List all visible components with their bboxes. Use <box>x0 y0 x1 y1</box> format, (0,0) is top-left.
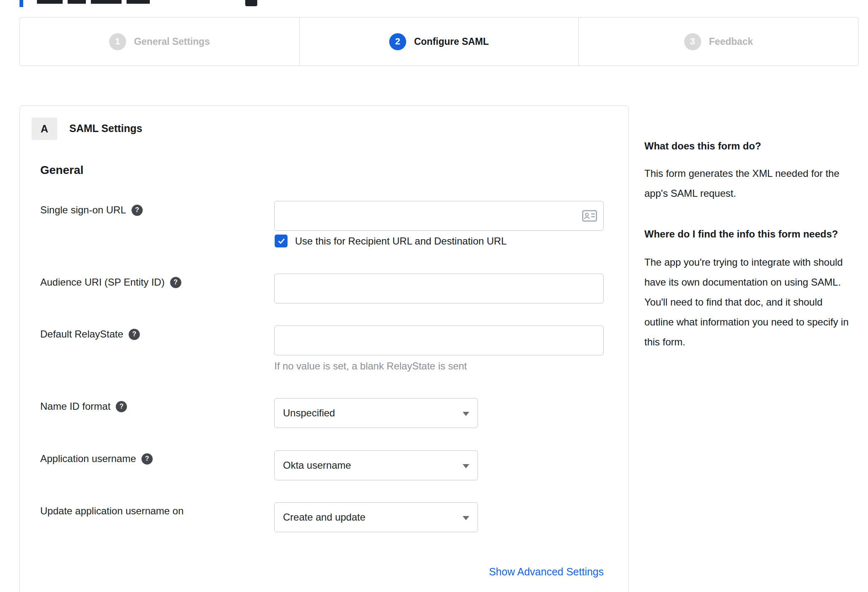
saml-settings-panel: A SAML Settings General Single sign-on U… <box>20 105 629 592</box>
cutoff-accent-fragment <box>20 0 23 7</box>
step-3-label: Feedback <box>709 36 753 47</box>
relay-state-help-icon[interactable]: ? <box>129 329 140 340</box>
step-1-number: 1 <box>109 33 126 50</box>
step-feedback: 3 Feedback <box>578 17 858 66</box>
sso-url-label: Single sign-on URL ? <box>40 204 143 216</box>
step-configure-saml[interactable]: 2 Configure SAML <box>299 17 579 66</box>
help-body-where: The app you're trying to integrate with … <box>644 252 852 352</box>
general-section-heading: General <box>40 164 83 177</box>
step-general-settings[interactable]: 1 General Settings <box>20 17 299 66</box>
cutoff-title-fragment <box>37 0 63 4</box>
relay-state-label: Default RelayState ? <box>40 328 140 340</box>
name-id-format-label: Name ID format ? <box>40 401 127 412</box>
name-id-format-select[interactable]: Unspecified <box>274 398 478 428</box>
panel-title: SAML Settings <box>69 122 142 135</box>
help-body-what: This form generates the XML needed for t… <box>644 164 852 203</box>
help-panel: What does this form do? This form genera… <box>644 138 852 352</box>
section-a-badge: A <box>32 117 57 140</box>
wizard-stepper: 1 General Settings 2 Configure SAML 3 Fe… <box>20 17 858 66</box>
update-username-label: Update application username on <box>40 505 184 517</box>
name-id-format-label-text: Name ID format <box>40 401 110 412</box>
recipient-url-checkbox-row: Use this for Recipient URL and Destinati… <box>275 235 507 247</box>
chevron-down-icon <box>463 464 469 468</box>
recipient-url-checkbox-label: Use this for Recipient URL and Destinati… <box>295 235 507 247</box>
sso-url-label-text: Single sign-on URL <box>40 204 126 216</box>
contact-card-icon <box>582 210 597 222</box>
help-heading-what: What does this form do? <box>644 138 852 154</box>
application-username-select[interactable]: Okta username <box>274 450 478 480</box>
name-id-help-icon[interactable]: ? <box>116 401 127 412</box>
show-advanced-settings-link[interactable]: Show Advanced Settings <box>274 566 604 578</box>
relay-state-label-text: Default RelayState <box>40 328 123 340</box>
step-2-label: Configure SAML <box>414 36 489 47</box>
sso-url-input[interactable] <box>274 201 604 231</box>
cutoff-edit-icon-fragment <box>245 0 257 6</box>
checkmark-icon <box>277 237 285 245</box>
update-username-select[interactable]: Create and update <box>274 502 478 532</box>
chevron-down-icon <box>463 516 469 520</box>
chevron-down-icon <box>463 412 469 416</box>
recipient-url-checkbox[interactable] <box>275 235 288 247</box>
audience-help-icon[interactable]: ? <box>170 277 181 288</box>
step-2-number: 2 <box>389 33 406 50</box>
application-username-label-text: Application username <box>40 453 136 465</box>
help-heading-where: Where do I find the info this form needs… <box>644 226 852 242</box>
application-username-help-icon[interactable]: ? <box>141 453 153 465</box>
update-username-label-text: Update application username on <box>40 505 184 517</box>
audience-uri-input[interactable] <box>274 274 604 303</box>
audience-uri-label-text: Audience URI (SP Entity ID) <box>40 276 165 288</box>
cutoff-title-fragment <box>68 0 86 4</box>
application-username-value: Okta username <box>283 460 351 471</box>
audience-uri-label: Audience URI (SP Entity ID) ? <box>40 276 181 288</box>
name-id-format-value: Unspecified <box>283 407 335 419</box>
update-username-value: Create and update <box>283 511 366 523</box>
step-1-label: General Settings <box>134 36 210 47</box>
relay-state-input[interactable] <box>274 325 604 355</box>
step-3-number: 3 <box>684 33 701 50</box>
saml-wizard-page: { "accent": "#1662dd", "glyphs": { "help… <box>0 0 868 592</box>
sso-help-icon[interactable]: ? <box>132 205 143 216</box>
relay-state-helper-text: If no value is set, a blank RelayState i… <box>274 360 467 372</box>
application-username-label: Application username ? <box>40 453 153 465</box>
cutoff-title-fragment <box>91 0 122 4</box>
cutoff-title-fragment <box>127 0 150 4</box>
